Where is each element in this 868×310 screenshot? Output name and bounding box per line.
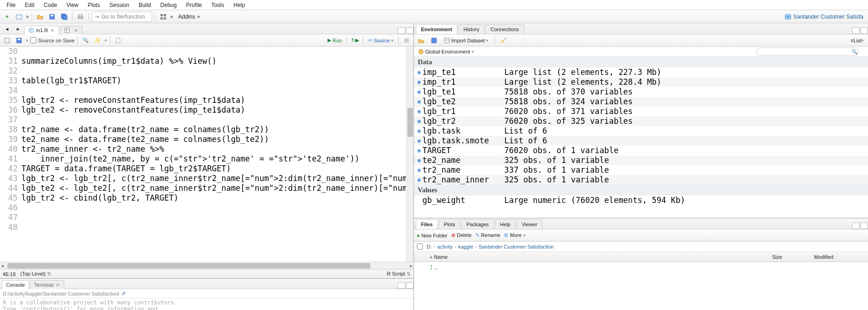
- maximize-pane-icon[interactable]: [861, 27, 868, 34]
- run-button[interactable]: ▶ Run: [326, 37, 344, 43]
- crumb-item[interactable]: Santander Customer Satisfaction: [479, 244, 554, 249]
- save-all-button[interactable]: [59, 12, 69, 22]
- env-row[interactable]: ◉lgb_tr276020 obs. of 325 variables: [414, 116, 868, 126]
- expand-icon[interactable]: ◉: [416, 87, 422, 97]
- source-on-save-checkbox[interactable]: Source on Save: [30, 37, 74, 43]
- save-workspace-icon[interactable]: [429, 35, 439, 46]
- minimize-pane-icon[interactable]: [852, 27, 860, 34]
- save-source-button[interactable]: [14, 35, 24, 46]
- expand-icon[interactable]: ◉: [416, 97, 422, 107]
- tab-plots[interactable]: Plots: [439, 219, 460, 229]
- expand-icon[interactable]: ◉: [416, 146, 422, 155]
- menu-build[interactable]: Build: [134, 1, 156, 9]
- goto-file-input[interactable]: ➜ Go to file/function: [92, 12, 152, 22]
- expand-icon[interactable]: ◉: [416, 126, 422, 136]
- env-scope-dropdown[interactable]: Global Environment ▾: [416, 47, 476, 57]
- env-search[interactable]: 🔍: [756, 47, 866, 56]
- env-row[interactable]: ◉lgb_te175818 obs. of 370 variables: [414, 87, 868, 97]
- tab-terminal[interactable]: Terminal×: [30, 280, 64, 289]
- env-row[interactable]: ◉imp_te1Large list (2 elements, 227.3 Mb…: [414, 67, 868, 77]
- source-nav-back[interactable]: ◂: [2, 24, 12, 34]
- source-on-save-input[interactable]: [30, 37, 36, 43]
- file-row-up[interactable]: ⤴ ..: [417, 263, 865, 272]
- menu-view[interactable]: View: [62, 1, 83, 9]
- crumb-drive[interactable]: D:: [427, 244, 432, 249]
- menu-code[interactable]: Code: [39, 1, 62, 9]
- env-row[interactable]: ◉tr2_name337 obs. of 1 variable: [414, 165, 868, 175]
- tab-files[interactable]: Files: [416, 219, 438, 229]
- delete-button[interactable]: ⊘ Delete: [451, 232, 472, 238]
- col-name[interactable]: ▴ Name: [430, 254, 772, 260]
- env-row[interactable]: ◉imp_tr1Large list (2 elements, 228.4 Mb…: [414, 77, 868, 87]
- col-modified[interactable]: Modified: [814, 254, 865, 260]
- col-size[interactable]: Size: [772, 254, 814, 260]
- menu-help[interactable]: Help: [229, 1, 250, 9]
- list-view-button[interactable]: ≡ List ▾: [848, 35, 866, 46]
- scope-selector[interactable]: (Top Level) ⇅: [20, 271, 51, 277]
- tab-console[interactable]: Console: [2, 280, 29, 289]
- print-button[interactable]: [75, 12, 86, 22]
- env-row[interactable]: ◉te2_name325 obs. of 1 variable: [414, 155, 868, 165]
- minimize-pane-icon[interactable]: [398, 282, 405, 289]
- new-folder-button[interactable]: ● New Folder: [417, 233, 447, 238]
- menu-plots[interactable]: Plots: [83, 1, 105, 9]
- menu-profile[interactable]: Profile: [181, 1, 207, 9]
- env-row[interactable]: ◉lgb_te275818 obs. of 324 variables: [414, 97, 868, 107]
- crumb-item[interactable]: activity: [437, 244, 453, 249]
- expand-icon[interactable]: ◉: [416, 107, 422, 116]
- more-button[interactable]: ⚙ More ▾: [504, 232, 525, 238]
- maximize-pane-icon[interactable]: [406, 27, 414, 34]
- env-row[interactable]: ◉tr2_name_inner325 obs. of 1 variable: [414, 175, 868, 185]
- browse-dir-icon[interactable]: ⇗: [121, 290, 126, 297]
- close-tab-icon[interactable]: ×: [50, 27, 54, 33]
- env-search-input[interactable]: [756, 47, 858, 56]
- code-body[interactable]: summarizeColumns(imp_tr1$data) %>% View(…: [21, 47, 414, 262]
- tab-connections[interactable]: Connections: [485, 24, 524, 34]
- new-project-button[interactable]: [14, 12, 24, 22]
- expand-icon[interactable]: ◉: [416, 136, 422, 146]
- env-row[interactable]: ◉lgb.taskList of 6: [414, 126, 868, 136]
- minimize-pane-icon[interactable]: [852, 222, 860, 229]
- save-button[interactable]: [47, 12, 57, 22]
- lang-selector[interactable]: R Script ⇅: [387, 271, 411, 277]
- project-selector[interactable]: R Santander Customer Satisfa: [782, 13, 866, 20]
- menu-edit[interactable]: Edit: [20, 1, 39, 9]
- tab-viewer[interactable]: Viewer: [516, 219, 542, 229]
- close-tab-icon[interactable]: ×: [73, 27, 78, 33]
- tab-m1r[interactable]: R m1.R ×: [24, 26, 59, 34]
- menu-file[interactable]: File: [2, 1, 20, 9]
- tab-history[interactable]: History: [458, 24, 484, 34]
- find-icon[interactable]: 🔍: [80, 35, 91, 46]
- expand-icon[interactable]: ◉: [416, 116, 422, 126]
- console-body[interactable]: R is a collaborative project with many c…: [0, 298, 414, 310]
- env-row[interactable]: ◉TARGET76020 obs. of 1 variable: [414, 146, 868, 155]
- expand-icon[interactable]: ◉: [416, 77, 422, 87]
- menu-debug[interactable]: Debug: [156, 1, 181, 9]
- tab-help[interactable]: Help: [495, 219, 516, 229]
- menu-session[interactable]: Session: [105, 1, 134, 9]
- code-editor[interactable]: 30313233343536373839404142434445464748 s…: [0, 47, 414, 262]
- outline-icon[interactable]: [401, 35, 412, 46]
- report-icon[interactable]: [113, 35, 123, 46]
- vertical-scrollbar[interactable]: [406, 47, 414, 262]
- source-button[interactable]: ⇨ Source ▾: [366, 37, 395, 43]
- tab-packages[interactable]: Packages: [461, 219, 494, 229]
- expand-icon[interactable]: ◉: [416, 165, 422, 175]
- env-list[interactable]: Data◉imp_te1Large list (2 elements, 227.…: [414, 57, 868, 218]
- clear-workspace-icon[interactable]: 🧹: [499, 35, 509, 46]
- expand-icon[interactable]: ◉: [416, 175, 422, 185]
- addins-dropdown[interactable]: Addins ▾: [175, 12, 203, 22]
- expand-icon[interactable]: ◉: [416, 155, 422, 165]
- source-nav-fwd[interactable]: ▸: [13, 24, 23, 34]
- menu-tools[interactable]: Tools: [207, 1, 229, 9]
- files-body[interactable]: ⤴ ..: [414, 262, 868, 310]
- horizontal-scrollbar[interactable]: ◂ ▸: [0, 262, 414, 269]
- rerun-icon[interactable]: ↻▶: [350, 35, 360, 46]
- minimize-pane-icon[interactable]: [398, 27, 405, 34]
- open-file-button[interactable]: [35, 12, 45, 22]
- wand-icon[interactable]: ✨: [93, 35, 103, 46]
- maximize-pane-icon[interactable]: [861, 222, 868, 229]
- popout-icon[interactable]: [2, 35, 12, 46]
- grid-button[interactable]: [158, 12, 168, 22]
- env-row[interactable]: ◉lgb.task.smoteList of 6: [414, 136, 868, 146]
